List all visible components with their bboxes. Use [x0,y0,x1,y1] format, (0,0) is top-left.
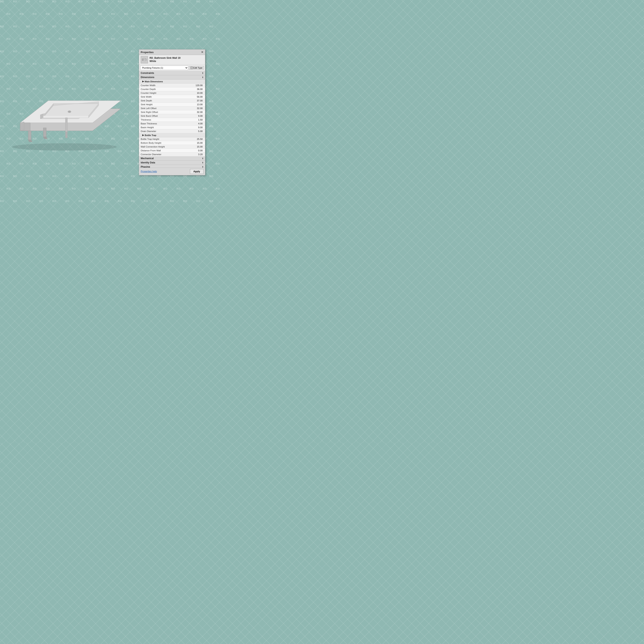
prop-value[interactable]: 37.00 [179,99,205,103]
prop-name: Sink Left Offset [139,106,179,110]
table-row: Sink Left Offset 32.00 [139,106,205,110]
section-phasing[interactable]: Phasing ⬆ [139,165,205,168]
prop-value[interactable]: 32.00 [179,110,205,114]
subsection-bottle-trap[interactable]: ▶ Bottle Trap [139,133,205,137]
close-button[interactable]: ✕ [201,51,203,54]
apply-button[interactable]: Apply [190,169,203,174]
properties-panel: Properties ✕ RD_Bathroom Sink Wall 19 Wh… [139,49,205,175]
section-dimensions[interactable]: Dimensions ⬆ [139,75,205,79]
prop-value: 9.00 [179,126,205,129]
expand-bottle-trap-icon: ▶ [142,134,144,136]
prop-name: Sink Back Offset [139,114,179,118]
panel-title: Properties [141,51,154,54]
bottle-trap-table: Bottle Trap Height 25.50 Bottom Body Hei… [139,137,205,156]
prop-name: Sink Width [139,95,179,99]
collapse-dimensions-icon: ⬆ [202,76,203,78]
svg-point-0 [12,143,117,151]
prop-name: Distance From Wall [139,149,179,153]
table-row: Distance From Wall 0.00 [139,149,205,153]
panel-titlebar: Properties ✕ [139,50,205,55]
svg-point-13 [68,111,70,112]
collapse-constraints-icon: ⬆ [202,72,203,74]
prop-value[interactable]: 1.50 [179,118,205,122]
svg-marker-16 [28,140,32,142]
table-row: Sink Back Offset 9.00 [139,114,205,118]
panel-dropdown-row: Plumbing Fixtures (1) Edit Type [139,65,205,71]
prop-value[interactable]: 4.00 [179,122,205,126]
prop-name: Bottle Trap Height [139,137,179,141]
category-dropdown[interactable]: Plumbing Fixtures (1) [140,66,188,70]
svg-marker-15 [28,131,31,140]
expand-icon: ▶ [142,80,144,83]
sink-illustration [8,68,133,153]
svg-marker-19 [65,118,67,132]
prop-name: Base Thickness [139,122,179,126]
table-row: Sink Width 56.00 [139,95,205,99]
svg-marker-21 [20,122,24,131]
prop-value[interactable]: 56.00 [179,95,205,99]
svg-rect-25 [143,59,146,61]
prop-name: Thickness [139,118,179,122]
prop-name: Basin Height [139,126,179,129]
svg-marker-17 [43,128,46,137]
prop-name: Connector Diameter [139,153,179,156]
prop-name: Counter Depth [139,87,179,91]
prop-value[interactable]: 13.00 [179,103,205,106]
prop-value[interactable]: 120.00 [179,84,205,87]
object-subname: White [150,60,181,63]
table-row: Sink Depth 37.00 [139,99,205,103]
svg-marker-18 [43,137,47,139]
prop-name: Bottom Body Height [139,141,179,145]
prop-value[interactable]: 0.00 [179,149,205,153]
edit-type-button[interactable]: Edit Type [189,66,204,70]
table-row: Counter Width 120.00 [139,84,205,87]
prop-value: 25.50 [179,137,205,141]
collapse-mechanical-icon: ⬆ [202,157,203,160]
table-row: Bottle Trap Height 25.50 [139,137,205,141]
subsection-main-dimensions[interactable]: ▶ Main Dimensions [139,79,205,84]
collapse-phasing-icon: ⬆ [202,166,203,168]
panel-footer: Properties help Apply [139,168,205,175]
table-row: Sink Height 13.00 [139,103,205,106]
section-mechanical[interactable]: Mechanical ⬆ [139,156,205,161]
svg-marker-10 [43,116,89,118]
prop-name: Counter Width [139,84,179,87]
panel-scroll-area[interactable]: Constraints ⬆ Dimensions ⬆ ▶ Main Dimens… [139,71,205,168]
section-constraints[interactable]: Constraints ⬆ [139,71,205,75]
collapse-identity-icon: ⬆ [202,162,203,164]
table-row: Counter Depth 36.00 [139,87,205,91]
table-row: Bottom Body Height 15.00 [139,141,205,145]
panel-header: RD_Bathroom Sink Wall 19 White [139,55,205,65]
table-row: Base Thickness 4.00 [139,122,205,126]
prop-value[interactable]: 36.00 [179,87,205,91]
table-row: Sink Right Offset 32.00 [139,110,205,114]
svg-rect-27 [191,67,192,68]
prop-name: Drain Diameter [139,129,179,133]
prop-name: Sink Right Offset [139,110,179,114]
properties-table: Counter Width 120.00 Counter Depth 36.00… [139,84,205,133]
table-row: Drain Diameter 5.00 [139,129,205,133]
table-row: Wall Connection Height 15.00 [139,145,205,149]
prop-value[interactable]: 9.00 [179,114,205,118]
object-icon [141,56,148,63]
prop-value[interactable]: 10.00 [179,91,205,95]
prop-value[interactable]: 3.20 [179,153,205,156]
object-name: RD_Bathroom Sink Wall 19 [150,57,181,60]
prop-name: Sink Depth [139,99,179,103]
properties-help-link[interactable]: Properties help [141,170,157,173]
table-row: Basin Height 9.00 [139,126,205,129]
svg-marker-20 [65,132,67,138]
table-row: Connector Diameter 3.20 [139,153,205,156]
svg-marker-24 [142,58,146,59]
prop-value[interactable]: 5.00 [179,129,205,133]
prop-name: Sink Height [139,103,179,106]
section-identity-data[interactable]: Identity Data ⬆ [139,161,205,165]
table-row: Counter Height 10.00 [139,91,205,95]
prop-value[interactable]: 32.00 [179,106,205,110]
prop-name: Wall Connection Height [139,145,179,149]
prop-value[interactable]: 15.00 [179,141,205,145]
prop-name: Counter Height [139,91,179,95]
table-row: Thickness 1.50 [139,118,205,122]
prop-value[interactable]: 15.00 [179,145,205,149]
